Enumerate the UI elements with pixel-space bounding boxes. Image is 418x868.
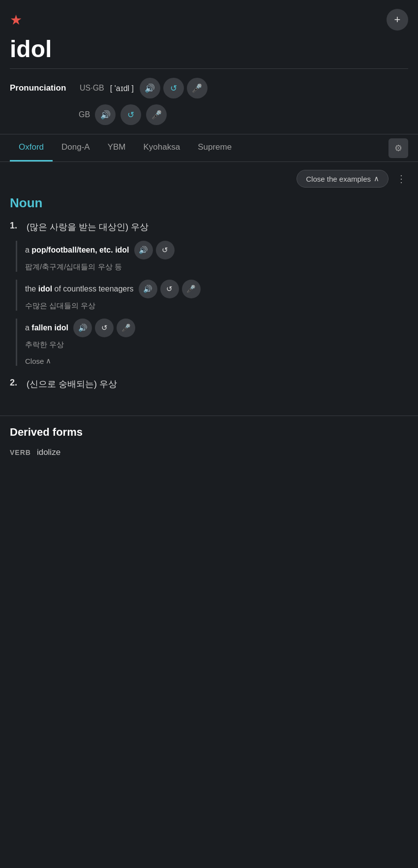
example-sentence-2: the idol of countless teenagers (25, 285, 134, 293)
example-1-repeat-button[interactable]: ↺ (156, 241, 175, 259)
us-gb-speaker-button[interactable]: 🔊 (140, 78, 160, 98)
content-section: Close the examples ∧ ⋮ Noun 1. (많은 사랑을 받… (0, 162, 418, 411)
example-2-audio-btns: 🔊 ↺ 🎤 (139, 280, 201, 298)
gb-speaker-button[interactable]: 🔊 (95, 104, 116, 125)
tab-oxford[interactable]: Oxford (10, 134, 53, 161)
tabs-section: Oxford Dong-A YBM Kyohaksa Supreme (0, 134, 418, 162)
phonetic-text: [ 'aɪdl ] (110, 84, 134, 93)
def-number-1: 1. (10, 221, 22, 231)
repeat-icon-gb: ↺ (127, 110, 134, 120)
close-examples-label: Close the examples (306, 175, 371, 183)
derived-form-item-1: VERB idolize (10, 448, 408, 457)
pronunciation-label: Pronunciation (10, 83, 74, 93)
gb-repeat-button[interactable]: ↺ (120, 104, 141, 125)
close-link-label: Close (25, 357, 44, 365)
example-3-mic-button[interactable]: 🎤 (117, 319, 135, 337)
example-2-mic-button[interactable]: 🎤 (182, 280, 201, 298)
close-link[interactable]: Close ∧ (25, 356, 51, 365)
close-examples-button[interactable]: Close the examples ∧ (297, 170, 388, 188)
example-translation-2: 수많은 십대들의 우상 (25, 301, 408, 311)
top-bar: ★ (0, 0, 418, 35)
gear-icon (394, 143, 402, 154)
repeat-icon: ↺ (170, 83, 177, 94)
example-2-speaker-button[interactable]: 🔊 (139, 280, 157, 298)
repeat-icon-ex3: ↺ (101, 323, 108, 332)
tab-ybm[interactable]: YBM (99, 134, 135, 161)
example-translation-3: 추락한 우상 (25, 340, 408, 350)
repeat-icon-ex2: ↺ (166, 285, 173, 293)
example-sentence-row-3: a fallen idol 🔊 ↺ 🎤 (25, 319, 408, 337)
example-3-repeat-button[interactable]: ↺ (95, 319, 114, 337)
us-gb-repeat-button[interactable]: ↺ (163, 78, 184, 98)
tab-supreme[interactable]: Supreme (189, 134, 240, 161)
pronunciation-us-gb-row: Pronunciation US·GB [ 'aɪdl ] 🔊 ↺ 🎤 (10, 78, 408, 98)
derived-word: idolize (37, 448, 60, 457)
add-button[interactable] (387, 9, 408, 31)
example-block-1: a pop/football/teen, etc. idol 🔊 ↺ 팝계/축구… (16, 241, 408, 272)
word-title: idol (0, 35, 418, 68)
example-3-audio-btns: 🔊 ↺ 🎤 (73, 319, 135, 337)
favorite-star-icon[interactable]: ★ (10, 12, 22, 28)
gb-mic-button[interactable]: 🎤 (146, 104, 167, 125)
definition-item-1: 1. (많은 사랑을 받는 대상인) 우상 a pop/football/tee… (10, 221, 408, 366)
example-sentence-1: a pop/football/teen, etc. idol (25, 246, 129, 255)
us-gb-mic-button[interactable]: 🎤 (187, 78, 208, 98)
speaker-icon-gb: 🔊 (100, 110, 111, 120)
mic-icon-gb: 🎤 (151, 110, 162, 120)
example-1-audio-btns: 🔊 ↺ (134, 241, 175, 259)
example-sentence-3: a fallen idol (25, 323, 68, 332)
repeat-icon-ex1: ↺ (162, 246, 168, 255)
mic-icon-ex2: 🎤 (186, 285, 196, 293)
more-options-button[interactable]: ⋮ (394, 171, 408, 187)
derived-forms-section: Derived forms VERB idolize (0, 416, 418, 467)
tab-kyohaksa[interactable]: Kyohaksa (135, 134, 189, 161)
speaker-icon-ex2: 🔊 (143, 285, 152, 293)
tabs-row: Oxford Dong-A YBM Kyohaksa Supreme (0, 134, 418, 161)
example-sentence-row-1: a pop/football/teen, etc. idol 🔊 ↺ (25, 241, 408, 259)
mic-icon: 🎤 (192, 83, 202, 94)
close-chevron-icon: ∧ (46, 356, 51, 365)
def-text-2: (신으로 숭배되는) 우상 (27, 378, 117, 391)
gb-audio-row: GB 🔊 ↺ 🎤 (79, 104, 408, 125)
example-2-repeat-button[interactable]: ↺ (160, 280, 179, 298)
examples-control-row: Close the examples ∧ ⋮ (10, 170, 408, 188)
chevron-up-icon: ∧ (374, 174, 379, 183)
definition-item-2: 2. (신으로 숭배되는) 우상 (10, 378, 408, 391)
plus-icon (394, 13, 401, 26)
gb-label: GB (79, 110, 90, 119)
speaker-icon-ex1: 🔊 (139, 246, 148, 255)
tab-dong-a[interactable]: Dong-A (53, 134, 99, 161)
speaker-icon-ex3: 🔊 (78, 323, 88, 332)
example-3-speaker-button[interactable]: 🔊 (73, 319, 92, 337)
derived-pos-tag: VERB (10, 449, 31, 456)
settings-button[interactable] (388, 138, 408, 158)
example-sentence-row-2: the idol of countless teenagers 🔊 ↺ 🎤 (25, 280, 408, 298)
pronunciation-section: Pronunciation US·GB [ 'aɪdl ] 🔊 ↺ 🎤 GB 🔊… (0, 69, 418, 134)
us-gb-audio-btns: 🔊 ↺ 🎤 (140, 78, 208, 98)
def-number-2: 2. (10, 378, 22, 388)
def-text-1: (많은 사랑을 받는 대상인) 우상 (27, 221, 149, 234)
derived-forms-title: Derived forms (10, 426, 408, 439)
pos-heading: Noun (10, 195, 408, 211)
definition-row-2: 2. (신으로 숭배되는) 우상 (10, 378, 408, 391)
example-translation-1: 팝계/축구계/십대들의 우상 등 (25, 262, 408, 272)
us-gb-label: US·GB (80, 84, 104, 93)
example-block-2: the idol of countless teenagers 🔊 ↺ 🎤 수많… (16, 280, 408, 311)
speaker-icon: 🔊 (145, 83, 155, 94)
example-1-speaker-button[interactable]: 🔊 (134, 241, 153, 259)
mic-icon-ex3: 🎤 (121, 323, 131, 332)
example-block-3: a fallen idol 🔊 ↺ 🎤 추락한 우상 Close (16, 319, 408, 366)
definition-row-1: 1. (많은 사랑을 받는 대상인) 우상 (10, 221, 408, 234)
dots-icon: ⋮ (396, 173, 406, 184)
